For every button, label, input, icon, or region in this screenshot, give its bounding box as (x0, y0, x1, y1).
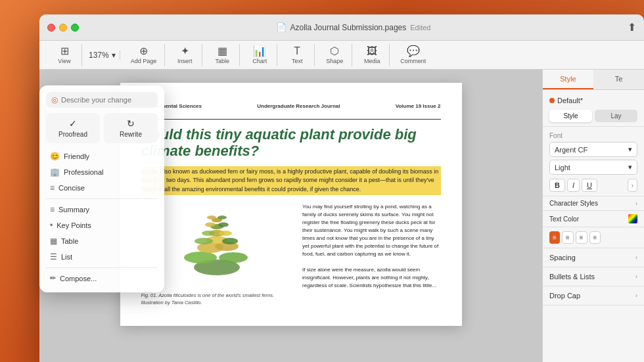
svg-point-12 (205, 223, 216, 227)
professional-option[interactable]: 🏢 Professional (46, 164, 158, 180)
table-group: ▦ Table (205, 44, 240, 66)
view-button[interactable]: ⊞ View (51, 44, 78, 66)
media-group: 🖼 Media (355, 44, 390, 66)
body-text: You may find yourself strolling by a pon… (302, 203, 440, 290)
comment-button[interactable]: 💬 Comment (396, 44, 430, 66)
proofread-button[interactable]: ✓ Proofread (46, 113, 100, 143)
header-col-3: Volume 19 Issue 2 (396, 102, 441, 110)
titlebar-right: ⬆ (628, 21, 636, 34)
minimize-button[interactable] (59, 24, 67, 32)
align-justify-button[interactable]: ≡ (589, 231, 601, 244)
col-right: You may find yourself strolling by a pon… (302, 203, 440, 306)
fig-caption: Fig. 01. Azolla filiculoides is one of t… (141, 292, 294, 306)
shape-group: ⬡ Shape (317, 44, 352, 66)
sub-tab-layout[interactable]: Lay (595, 110, 637, 122)
header-rule (141, 119, 441, 120)
format-row: B I U › (549, 179, 637, 192)
media-button[interactable]: 🖼 Media (359, 44, 385, 66)
text-button[interactable]: T Text (284, 44, 310, 66)
rewrite-icon: ↻ (127, 118, 135, 129)
key-points-icon: • (50, 221, 53, 230)
fullscreen-button[interactable] (71, 24, 79, 32)
right-panel: Style Te Default* Style Lay Font Argent … (542, 70, 644, 362)
titlebar-center: 📄 Azolla Journal Submission.pages Edited (79, 22, 628, 32)
compose-icon: ✏ (50, 274, 56, 283)
list-icon: ☰ (50, 252, 57, 261)
insert-button[interactable]: ✦ Insert (172, 44, 198, 66)
font-weight-selector[interactable]: Light ▾ (549, 160, 637, 175)
font-label: Font (549, 132, 637, 139)
table-option[interactable]: ▦ Table (46, 233, 158, 249)
toolbar: ⊞ View 137% ▾ ⊕ Add Page ✦ Insert ▦ Tabl… (39, 41, 644, 70)
align-left-button[interactable]: ≡ (549, 231, 560, 244)
friendly-option[interactable]: 😊 Friendly (46, 148, 158, 164)
table-icon: ▦ (50, 237, 57, 246)
shape-button[interactable]: ⬡ Shape (321, 44, 348, 66)
article-title: Could this tiny aquatic plant provide bi… (141, 126, 441, 160)
traffic-lights (47, 24, 79, 32)
svg-point-9 (202, 231, 215, 236)
chevron-right-icon: › (635, 254, 637, 261)
rewrite-button[interactable]: ↻ Rewrite (104, 113, 158, 143)
concise-option[interactable]: ≡ Concise (46, 180, 158, 196)
close-button[interactable] (47, 24, 55, 32)
edited-label: Edited (410, 24, 430, 32)
add-page-button[interactable]: ⊕ Add Page (127, 44, 161, 66)
divider-2 (46, 267, 158, 268)
alignment-row: ≡ ≡ ≡ ≡ (543, 227, 644, 248)
tab-style[interactable]: Style (543, 70, 593, 89)
compose-option[interactable]: ✏ Compose... (46, 271, 158, 286)
ai-search-bar: ◎ (46, 92, 158, 108)
color-swatch (628, 214, 637, 223)
two-col-layout: Fig. 01. Azolla filiculoides is one of t… (141, 203, 441, 306)
highlight-intro: Azolla, also known as duckweed fern or f… (141, 166, 441, 196)
spacing-section[interactable]: Spacing › (543, 248, 644, 267)
summary-option[interactable]: ≡ Summary (46, 202, 158, 217)
svg-point-15 (207, 215, 216, 219)
insert-group: ✦ Insert (168, 44, 202, 66)
chart-button[interactable]: 📊 Chart (246, 44, 273, 66)
page-header: Environmental Sciences Undergraduate Res… (141, 102, 441, 110)
bullets-section[interactable]: Bullets & Lists › (543, 267, 644, 286)
font-name-selector[interactable]: Argent CF ▾ (549, 142, 637, 157)
zoom-chevron[interactable]: ▾ (112, 51, 116, 60)
view-group: ⊞ View (47, 44, 82, 66)
list-option[interactable]: ☰ List (46, 249, 158, 265)
zoom-value: 137% (89, 51, 109, 60)
chevron-down-icon: ▾ (628, 163, 632, 171)
style-default: Default* (549, 97, 637, 104)
format-more-button[interactable]: › (628, 179, 637, 192)
bold-button[interactable]: B (549, 179, 565, 192)
chart-group: 📊 Chart (242, 44, 277, 66)
concise-icon: ≡ (50, 183, 55, 192)
table-button[interactable]: ▦ Table (209, 44, 235, 66)
tab-text[interactable]: Te (593, 70, 644, 89)
underline-button[interactable]: U (582, 179, 597, 192)
panel-tabs: Style Te (543, 70, 644, 90)
zoom-group: 137% ▾ (85, 51, 120, 60)
summary-icon: ≡ (50, 205, 55, 214)
chevron-down-icon: ▾ (628, 145, 632, 154)
align-center-button[interactable]: ≡ (562, 231, 574, 244)
text-color-row[interactable]: Text Color (543, 211, 644, 227)
align-right-button[interactable]: ≡ (576, 231, 587, 244)
share-button[interactable]: ⬆ (628, 21, 636, 34)
sub-tab-style[interactable]: Style (549, 110, 592, 122)
italic-button[interactable]: I (567, 179, 580, 192)
drop-cap-section[interactable]: Drop Cap › (543, 286, 644, 305)
window-title: Azolla Journal Submission.pages (290, 23, 407, 32)
search-icon: ◎ (51, 95, 58, 104)
ai-panel: ◎ ✓ Proofread ↻ Rewrite 😊 Friendly 🏢 Pro… (39, 85, 164, 292)
key-points-option[interactable]: • Key Points (46, 217, 158, 233)
proofread-icon: ✓ (69, 118, 77, 129)
add-page-group: ⊕ Add Page (123, 44, 166, 66)
divider (46, 198, 158, 199)
svg-point-10 (219, 231, 232, 236)
style-dot (549, 98, 555, 103)
text-group: T Text (280, 44, 315, 66)
character-styles[interactable]: Character Styles › (543, 196, 644, 211)
friendly-icon: 😊 (50, 152, 60, 161)
ai-search-input[interactable] (61, 96, 152, 104)
doc-icon: 📄 (276, 22, 287, 32)
header-col-2: Undergraduate Research Journal (257, 102, 340, 110)
